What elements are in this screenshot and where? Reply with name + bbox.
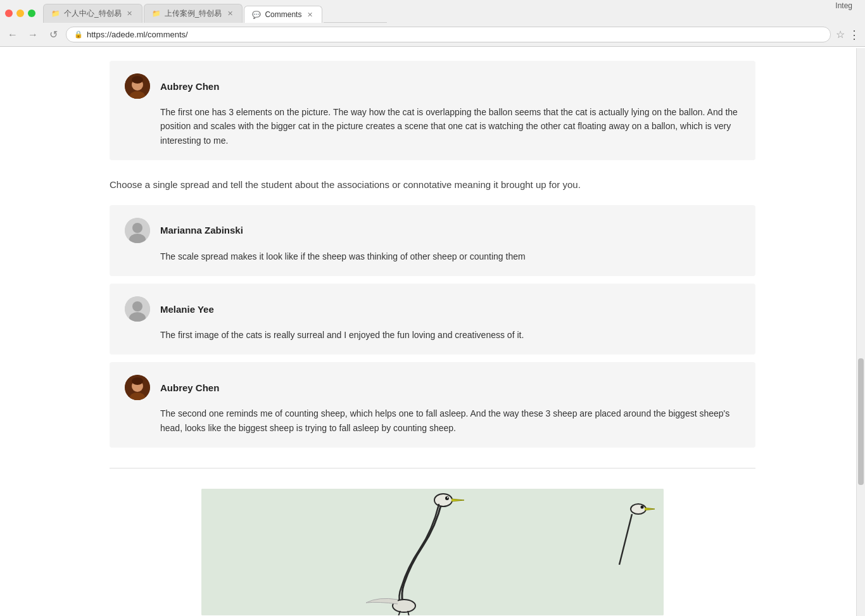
comment-author: Marianna Zabinski bbox=[160, 225, 243, 236]
svg-point-21 bbox=[631, 504, 646, 514]
bookmark-star-icon[interactable]: ☆ bbox=[836, 28, 845, 41]
maximize-button[interactable] bbox=[28, 9, 35, 17]
browser-menu-icon[interactable]: ⋮ bbox=[849, 28, 860, 42]
tab-favicon: 📁 bbox=[51, 9, 60, 18]
svg-point-17 bbox=[447, 497, 448, 498]
svg-point-5 bbox=[132, 223, 142, 233]
tab-bar: 📁 个人中心_特创易 ✕ 📁 上传案例_特创易 ✕ 💬 Comments ✕ bbox=[43, 4, 860, 23]
window-controls bbox=[5, 9, 35, 17]
svg-point-12 bbox=[132, 377, 143, 385]
comment-card-melanie: Melanie Yee The first image of the cats … bbox=[110, 284, 755, 355]
avatar-svg bbox=[125, 73, 150, 99]
tab-close-icon[interactable]: ✕ bbox=[225, 9, 234, 18]
tab-favicon: 📁 bbox=[152, 9, 161, 18]
tab-favicon: 💬 bbox=[252, 11, 261, 19]
integ-label: Integ bbox=[835, 0, 852, 11]
svg-point-2 bbox=[132, 76, 143, 84]
tab-close-icon[interactable]: ✕ bbox=[125, 9, 134, 18]
omnibox-bar: ← → ↺ 🔒 https://adede.ml/comments/ ☆ ⋮ bbox=[0, 23, 865, 46]
svg-point-22 bbox=[641, 506, 644, 509]
bird-image-section bbox=[110, 489, 755, 615]
comment-text: The second one reminds me of counting sh… bbox=[160, 406, 740, 435]
comment-text: The first one has 3 elements on the pict… bbox=[160, 105, 740, 148]
comment-card-aubrey-2: Aubrey Chen The second one reminds me of… bbox=[110, 362, 755, 448]
tab-comments[interactable]: 💬 Comments ✕ bbox=[244, 6, 322, 23]
comment-header: Marianna Zabinski bbox=[125, 218, 740, 243]
bird-illustration bbox=[201, 489, 664, 615]
browser-chrome: 📁 个人中心_特创易 ✕ 📁 上传案例_特创易 ✕ 💬 Comments ✕ I… bbox=[0, 0, 865, 47]
back-button[interactable]: ← bbox=[5, 27, 20, 42]
svg-point-8 bbox=[132, 301, 142, 311]
svg-point-15 bbox=[434, 494, 452, 506]
section-divider bbox=[110, 468, 755, 468]
comment-header: Aubrey Chen bbox=[125, 375, 740, 400]
bird-image-container bbox=[201, 489, 664, 615]
tab-title: Comments bbox=[265, 10, 301, 19]
tab-title: 上传案例_特创易 bbox=[165, 8, 222, 19]
tab-personal-center[interactable]: 📁 个人中心_特创易 ✕ bbox=[43, 4, 142, 23]
avatar-svg bbox=[125, 375, 150, 400]
avatar bbox=[125, 375, 150, 400]
avatar-svg bbox=[125, 296, 150, 322]
url-display: https://adede.ml/comments/ bbox=[87, 30, 188, 39]
page-content: Aubrey Chen The first one has 3 elements… bbox=[59, 48, 806, 616]
svg-point-16 bbox=[445, 496, 449, 500]
comment-text: The scale spread makes it look like if t… bbox=[160, 249, 740, 263]
reload-button[interactable]: ↺ bbox=[46, 27, 61, 42]
scrollbar-thumb[interactable] bbox=[858, 358, 864, 485]
title-bar: 📁 个人中心_特创易 ✕ 📁 上传案例_特创易 ✕ 💬 Comments ✕ I… bbox=[0, 0, 865, 23]
avatar bbox=[125, 218, 150, 243]
comment-card-top: Aubrey Chen The first one has 3 elements… bbox=[110, 61, 755, 160]
security-lock-icon: 🔒 bbox=[74, 30, 83, 39]
comment-header: Aubrey Chen bbox=[125, 73, 740, 99]
forward-button[interactable]: → bbox=[25, 27, 41, 42]
avatar bbox=[125, 296, 150, 322]
tab-title: 个人中心_特创易 bbox=[64, 8, 122, 19]
close-button[interactable] bbox=[5, 9, 13, 17]
svg-rect-14 bbox=[201, 489, 664, 615]
comment-author: Aubrey Chen bbox=[160, 382, 219, 393]
comment-text: The first image of the cats is really su… bbox=[160, 328, 740, 342]
omnibox-right-controls: ☆ ⋮ bbox=[836, 28, 860, 42]
tab-upload[interactable]: 📁 上传案例_特创易 ✕ bbox=[144, 4, 243, 23]
comment-header: Melanie Yee bbox=[125, 296, 740, 322]
instruction-text: Choose a single spread and tell the stud… bbox=[110, 178, 755, 192]
comment-card-marianna: Marianna Zabinski The scale spread makes… bbox=[110, 205, 755, 276]
minimize-button[interactable] bbox=[16, 9, 24, 17]
comment-author: Aubrey Chen bbox=[160, 81, 219, 92]
comment-author: Melanie Yee bbox=[160, 304, 214, 315]
scrollbar[interactable] bbox=[856, 48, 865, 616]
address-bar[interactable]: 🔒 https://adede.ml/comments/ bbox=[66, 27, 831, 42]
avatar-svg bbox=[125, 218, 150, 243]
tab-close-icon[interactable]: ✕ bbox=[305, 10, 314, 19]
avatar bbox=[125, 73, 150, 99]
